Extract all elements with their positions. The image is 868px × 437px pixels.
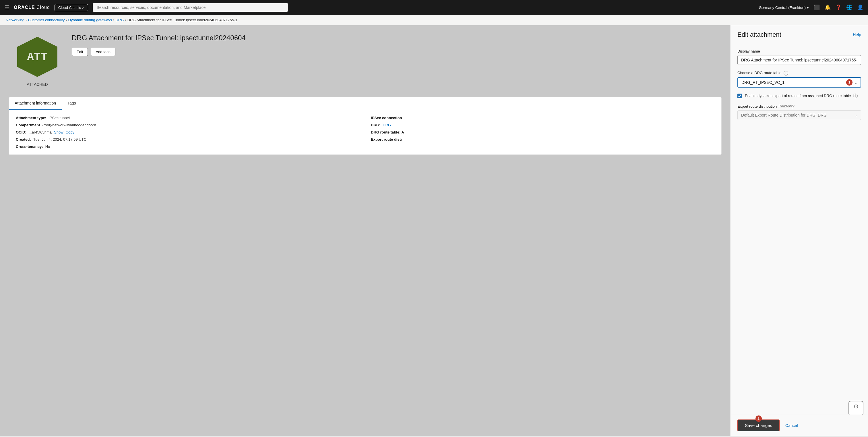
drg-route-table-info-icon[interactable]: i bbox=[784, 71, 788, 75]
breadcrumb-dynamic-routing[interactable]: Dynamic routing gateways bbox=[68, 18, 112, 22]
drg-route-table-select-wrapper: DRG_RT_IPSEC_VC_1 1 bbox=[737, 77, 861, 88]
breadcrumb: Networking › Customer connectivity › Dyn… bbox=[0, 15, 868, 25]
att-status-label: ATTACHED bbox=[27, 82, 48, 87]
tab-tags[interactable]: Tags bbox=[62, 97, 82, 110]
display-name-group: Display name bbox=[737, 49, 861, 65]
display-name-label: Display name bbox=[737, 49, 861, 54]
page-header-area: ATT ATTACHED DRG Attachment for IPSec Tu… bbox=[9, 34, 722, 92]
action-row: Edit Add tags bbox=[72, 48, 722, 56]
att-section: ATT ATTACHED bbox=[9, 34, 66, 87]
attachment-type-label: Attachment type: bbox=[16, 116, 46, 120]
top-nav: ☰ ORACLE Cloud Cloud Classic > Germany C… bbox=[0, 0, 868, 15]
drg-route-table-group: Choose a DRG route table i DRG_RT_IPSEC_… bbox=[737, 71, 861, 88]
enable-dynamic-export-checkbox[interactable] bbox=[737, 94, 742, 98]
info-right-col: IPSec connection DRG: DRG DRG route tabl… bbox=[371, 116, 714, 149]
oracle-logo: ORACLE Cloud bbox=[14, 5, 50, 10]
drg-route-table-label: DRG route table: A bbox=[371, 130, 404, 134]
drg-value-link[interactable]: DRG bbox=[383, 123, 391, 127]
info-grid: Attachment type: IPSec tunnel Compartmen… bbox=[16, 116, 714, 149]
created-label: Created: bbox=[16, 137, 31, 142]
ocid-short: ...ar45t65hma bbox=[29, 130, 52, 134]
export-route-dist-label-row: Export route distribution Read-only bbox=[737, 104, 861, 108]
export-route-dist-label: Export route distribution bbox=[737, 104, 777, 108]
search-input[interactable] bbox=[93, 3, 288, 12]
monitor-icon[interactable]: ⬛ bbox=[813, 4, 820, 11]
region-chevron-icon: ▾ bbox=[807, 5, 809, 10]
breadcrumb-customer-connectivity[interactable]: Customer connectivity bbox=[28, 18, 65, 22]
breadcrumb-drg[interactable]: DRG bbox=[115, 18, 124, 22]
cancel-button[interactable]: Cancel bbox=[785, 423, 798, 428]
display-name-input[interactable] bbox=[737, 55, 861, 65]
support-widget[interactable]: ⊙ ⋯ bbox=[848, 401, 863, 416]
support-widget-dots: ⋯ bbox=[855, 411, 858, 414]
right-panel-header: Edit attachment Help bbox=[731, 25, 868, 43]
info-ocid: OCID: ...ar45t65hma Show Copy bbox=[16, 130, 360, 134]
att-hexagon: ATT bbox=[17, 37, 57, 77]
content-card: Attachment information Tags Attachment t… bbox=[9, 97, 722, 155]
save-btn-wrapper: 2 Save changes bbox=[737, 419, 780, 431]
tab-attachment-information[interactable]: Attachment information bbox=[9, 97, 62, 110]
right-panel-footer: 2 Save changes Cancel bbox=[731, 415, 868, 436]
cross-tenancy-value: No bbox=[45, 145, 50, 149]
compartment-value: (root)/network/iwanhoogendoorn bbox=[42, 123, 96, 127]
drg-label: DRG: bbox=[371, 123, 380, 127]
export-route-dist-select: Default Export Route Distribution for DR… bbox=[737, 110, 861, 120]
ocid-copy-link[interactable]: Copy bbox=[66, 130, 74, 134]
bottom-bar: Terms of Use and Privacy Cookie Preferen… bbox=[0, 436, 868, 437]
help-icon[interactable]: ❓ bbox=[835, 4, 842, 11]
attachment-type-value: IPSec tunnel bbox=[49, 116, 70, 120]
ocid-show-link[interactable]: Show bbox=[54, 130, 63, 134]
region-selector[interactable]: Germany Central (Frankfurt) ▾ bbox=[759, 5, 809, 10]
export-route-dist-select-wrapper: Default Export Route Distribution for DR… bbox=[737, 110, 861, 120]
info-ipsec: IPSec connection bbox=[371, 116, 714, 120]
left-panel: ATT ATTACHED DRG Attachment for IPSec Tu… bbox=[0, 25, 730, 436]
info-attachment-type: Attachment type: IPSec tunnel bbox=[16, 116, 360, 120]
right-panel-body: Display name Choose a DRG route table i … bbox=[731, 43, 868, 415]
drg-route-table-select[interactable]: DRG_RT_IPSEC_VC_1 bbox=[737, 77, 861, 88]
user-icon[interactable]: 👤 bbox=[857, 4, 863, 11]
created-value: Tue, Jun 4, 2024, 07:17:59 UTC bbox=[33, 137, 86, 142]
hexagon-container: ATT bbox=[14, 34, 60, 80]
save-badge: 2 bbox=[755, 415, 762, 422]
breadcrumb-networking[interactable]: Networking bbox=[6, 18, 24, 22]
cloud-classic-button[interactable]: Cloud Classic > bbox=[55, 4, 88, 11]
info-left-col: Attachment type: IPSec tunnel Compartmen… bbox=[16, 116, 360, 149]
right-panel: Edit attachment Help Display name Choose… bbox=[730, 25, 868, 436]
info-compartment: Compartment (root)/network/iwanhoogendoo… bbox=[16, 123, 360, 127]
hamburger-icon[interactable]: ☰ bbox=[5, 4, 9, 11]
breadcrumb-sep-3: › bbox=[113, 18, 114, 22]
info-cross-tenancy: Cross-tenancy: No bbox=[16, 145, 360, 149]
breadcrumb-current: DRG Attachment for IPSec Tunnel: ipsectu… bbox=[127, 18, 237, 22]
export-route-dist-readonly: Read-only bbox=[778, 104, 794, 108]
hexagon-text: ATT bbox=[27, 51, 48, 63]
page-title: DRG Attachment for IPSec Tunnel: ipsectu… bbox=[72, 34, 722, 42]
info-drg: DRG: DRG bbox=[371, 123, 714, 127]
add-tags-button[interactable]: Add tags bbox=[91, 48, 115, 56]
main-layout: ATT ATTACHED DRG Attachment for IPSec Tu… bbox=[0, 25, 868, 436]
enable-dynamic-export-label[interactable]: Enable dynamic export of routes from ass… bbox=[745, 93, 861, 98]
breadcrumb-sep-4: › bbox=[125, 18, 126, 22]
cross-tenancy-label: Cross-tenancy: bbox=[16, 145, 43, 149]
globe-icon[interactable]: 🌐 bbox=[846, 4, 852, 11]
info-export-route-distr: Export route distr bbox=[371, 137, 714, 142]
enable-dynamic-export-row: Enable dynamic export of routes from ass… bbox=[737, 93, 861, 98]
nav-right: Germany Central (Frankfurt) ▾ ⬛ 🔔 ❓ 🌐 👤 bbox=[759, 4, 863, 11]
breadcrumb-sep-2: › bbox=[66, 18, 67, 22]
edit-button[interactable]: Edit bbox=[72, 48, 88, 56]
edit-panel-title: Edit attachment bbox=[737, 31, 781, 38]
bell-icon[interactable]: 🔔 bbox=[825, 4, 831, 11]
export-route-distr-label: Export route distr bbox=[371, 137, 402, 142]
drg-route-table-label: Choose a DRG route table i bbox=[737, 71, 861, 75]
export-route-dist-group: Export route distribution Read-only Defa… bbox=[737, 104, 861, 120]
info-drg-route-table: DRG route table: A bbox=[371, 130, 714, 134]
ipsec-label: IPSec connection bbox=[371, 116, 402, 120]
title-actions-area: DRG Attachment for IPSec Tunnel: ipsectu… bbox=[66, 34, 722, 62]
help-link[interactable]: Help bbox=[853, 32, 861, 37]
drg-route-table-badge: 1 bbox=[846, 79, 852, 86]
support-widget-icon: ⊙ bbox=[854, 403, 859, 410]
info-created: Created: Tue, Jun 4, 2024, 07:17:59 UTC bbox=[16, 137, 360, 142]
breadcrumb-sep-1: › bbox=[26, 18, 27, 22]
ocid-label: OCID: bbox=[16, 130, 26, 134]
enable-export-info-icon[interactable]: i bbox=[853, 94, 858, 98]
tabs-row: Attachment information Tags bbox=[9, 97, 721, 110]
